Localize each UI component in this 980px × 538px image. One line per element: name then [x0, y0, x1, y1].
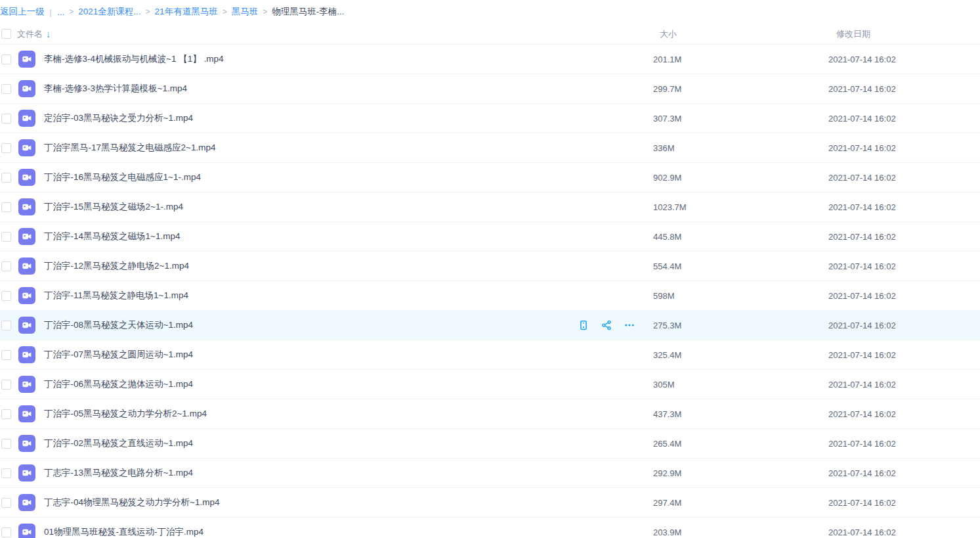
row-checkbox[interactable] [1, 409, 11, 419]
file-name[interactable]: 丁治宇-16黑马秘笈之电磁感应1~1-.mp4 [44, 171, 201, 183]
breadcrumb-pipe: | [50, 7, 53, 17]
breadcrumb: 返回上一级 | ... > 2021全新课程... > 21年有道黑马班 > 黑… [0, 0, 980, 24]
breadcrumb-separator: > [223, 7, 227, 16]
breadcrumb-link-2[interactable]: 21年有道黑马班 [155, 6, 218, 18]
file-name[interactable]: 丁治宇-15黑马秘笈之磁场2~1-.mp4 [44, 201, 183, 213]
file-name[interactable]: 丁治宇-08黑马秘笈之天体运动~1.mp4 [44, 319, 193, 331]
video-file-icon [18, 258, 35, 275]
file-date: 2021-07-14 16:02 [828, 468, 980, 478]
row-checkbox[interactable] [1, 202, 11, 212]
table-row[interactable]: 李楠-选修3-3热学计算题模板~1.mp4 [0, 74, 980, 104]
file-name[interactable]: 李楠-选修3-4机械振动与机械波~1 【1】 .mp4 [44, 53, 223, 65]
row-checkbox[interactable] [1, 468, 11, 478]
row-checkbox[interactable] [1, 143, 11, 153]
share-button[interactable] [601, 319, 612, 331]
video-file-icon [18, 464, 35, 482]
column-header-size[interactable]: 大小 [653, 28, 828, 40]
row-checkbox[interactable] [1, 173, 11, 183]
video-file-icon [18, 287, 35, 304]
file-name[interactable]: 丁志宇-13黑马秘笈之电路分析~1.mp4 [44, 467, 193, 479]
file-name[interactable]: 丁治宇-11黑马秘笈之静电场1~1.mp4 [44, 290, 188, 302]
table-row[interactable]: 丁治宇-11黑马秘笈之静电场1~1.mp4 [0, 281, 980, 311]
breadcrumb-separator: > [146, 7, 150, 16]
row-checkbox[interactable] [1, 527, 11, 537]
file-name[interactable]: 丁治宇-12黑马秘笈之静电场2~1.mp4 [44, 260, 189, 272]
phone-icon [578, 319, 589, 331]
column-header-filename[interactable]: 文件名 [17, 28, 43, 40]
file-size: 305M [653, 380, 828, 390]
table-row[interactable]: 丁治宇-12黑马秘笈之静电场2~1.mp4 [0, 252, 980, 281]
file-name[interactable]: 丁志宇-04物理黑马秘笈之动力学分析~1.mp4 [44, 497, 219, 508]
file-date: 2021-07-14 16:02 [828, 498, 980, 508]
table-row[interactable]: 丁志宇-04物理黑马秘笈之动力学分析~1.mp4 [0, 488, 980, 518]
table-row[interactable]: 丁治宇-07黑马秘笈之圆周运动~1.mp4 [0, 340, 980, 370]
table-row[interactable]: 定治宇-03黑马秘诀之受力分析~1.mp4 [0, 104, 980, 133]
breadcrumb-ellipsis[interactable]: ... [57, 7, 64, 17]
file-date: 2021-07-14 16:02 [828, 291, 980, 301]
file-size: 325.4M [653, 350, 828, 360]
file-date: 2021-07-14 16:02 [828, 232, 980, 242]
table-row[interactable]: 丁治宇黑马-17黑马秘笈之电磁感应2~1.mp4 [0, 133, 980, 163]
table-row[interactable]: 丁治宇-05黑马秘笈之动力学分析2~1.mp4 [0, 399, 980, 429]
row-checkbox[interactable] [1, 84, 11, 94]
row-checkbox[interactable] [1, 291, 11, 301]
file-date: 2021-07-14 16:02 [828, 321, 980, 330]
file-name[interactable]: 丁治宇黑马-17黑马秘笈之电磁感应2~1.mp4 [44, 142, 215, 154]
row-checkbox[interactable] [1, 498, 11, 508]
table-row[interactable]: 丁治宇-06黑马秘笈之抛体运动~1.mp4 [0, 370, 980, 399]
video-file-icon [18, 51, 35, 68]
file-name[interactable]: 李楠-选修3-3热学计算题模板~1.mp4 [44, 83, 187, 95]
table-row[interactable]: 李楠-选修3-4机械振动与机械波~1 【1】 .mp4 [0, 45, 980, 74]
file-size: 275.3M [653, 321, 828, 330]
sort-descending-icon[interactable]: ↓ [46, 29, 51, 39]
breadcrumb-back-link[interactable]: 返回上一级 [0, 6, 45, 18]
video-file-icon [18, 198, 35, 215]
table-row[interactable]: 丁治宇-14黑马秘笈之磁场1~1.mp4 [0, 222, 980, 252]
file-size: 292.9M [653, 468, 828, 478]
file-size: 299.7M [653, 84, 828, 94]
file-size: 307.3M [653, 114, 828, 123]
video-file-icon [18, 346, 35, 363]
file-name[interactable]: 丁治宇-14黑马秘笈之磁场1~1.mp4 [44, 231, 180, 242]
file-size: 445.8M [653, 232, 828, 242]
breadcrumb-link-1[interactable]: 2021全新课程... [78, 6, 140, 18]
file-name[interactable]: 丁治宇-06黑马秘笈之抛体运动~1.mp4 [44, 378, 193, 390]
file-name[interactable]: 丁治宇-07黑马秘笈之圆周运动~1.mp4 [44, 349, 193, 361]
file-date: 2021-07-14 16:02 [828, 202, 980, 212]
row-checkbox[interactable] [1, 114, 11, 123]
select-all-checkbox[interactable] [1, 29, 11, 39]
table-row[interactable]: 01物理黑马班秘笈-直线运动-丁治宇.mp4 [0, 518, 980, 538]
table-row[interactable]: 丁治宇-16黑马秘笈之电磁感应1~1-.mp4 [0, 163, 980, 192]
video-file-icon [18, 110, 35, 127]
send-to-phone-button[interactable] [578, 319, 589, 331]
file-name[interactable]: 定治宇-03黑马秘诀之受力分析~1.mp4 [44, 112, 193, 124]
file-size: 265.4M [653, 439, 828, 449]
row-checkbox[interactable] [1, 380, 11, 390]
video-file-icon [18, 169, 35, 186]
file-name[interactable]: 01物理黑马班秘笈-直线运动-丁治宇.mp4 [44, 526, 203, 538]
row-checkbox[interactable] [1, 232, 11, 242]
file-size: 598M [653, 291, 828, 301]
table-row[interactable]: 丁治宇-02黑马秘笈之直线运动~1.mp4 [0, 429, 980, 459]
row-checkbox[interactable] [1, 350, 11, 360]
breadcrumb-link-3[interactable]: 黑马班 [232, 6, 259, 18]
row-checkbox[interactable] [1, 261, 11, 271]
file-date: 2021-07-14 16:02 [828, 380, 980, 390]
table-row[interactable]: 丁治宇-08黑马秘笈之天体运动~1.mp4 [0, 311, 980, 340]
file-date: 2021-07-14 16:02 [828, 350, 980, 360]
table-row[interactable]: 丁志宇-13黑马秘笈之电路分析~1.mp4 [0, 459, 980, 488]
breadcrumb-current: 物理黑马班-李楠... [272, 6, 344, 18]
row-checkbox[interactable] [1, 439, 11, 449]
file-date: 2021-07-14 16:02 [828, 439, 980, 449]
row-checkbox[interactable] [1, 321, 11, 330]
more-actions-button[interactable] [624, 319, 635, 331]
file-date: 2021-07-14 16:02 [828, 261, 980, 271]
file-name[interactable]: 丁治宇-02黑马秘笈之直线运动~1.mp4 [44, 437, 193, 449]
column-header-date[interactable]: 修改日期 [828, 28, 980, 40]
video-file-icon [18, 376, 35, 393]
table-row[interactable]: 丁治宇-15黑马秘笈之磁场2~1-.mp4 [0, 192, 980, 222]
file-name[interactable]: 丁治宇-05黑马秘笈之动力学分析2~1.mp4 [44, 408, 207, 420]
file-date: 2021-07-14 16:02 [828, 114, 980, 123]
row-checkbox[interactable] [1, 55, 11, 64]
file-date: 2021-07-14 16:02 [828, 143, 980, 153]
